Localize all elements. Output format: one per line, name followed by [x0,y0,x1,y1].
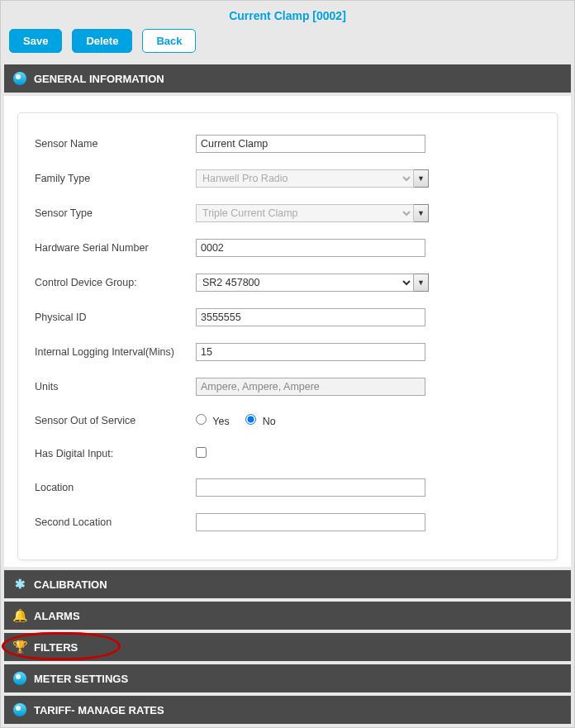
gear-icon: ✱ [12,577,27,592]
section-label: TARIFF- MANAGE RATES [34,704,164,716]
section-filters[interactable]: 🏆 FILTERS [4,633,571,661]
label-out-of-service: Sensor Out of Service [35,415,196,426]
label-units: Units [35,381,196,393]
label-second-location: Second Location [35,516,196,528]
label-sensor-name: Sensor Name [35,138,196,150]
page-title: Current Clamp [0002] [1,7,574,29]
section-label: FILTERS [34,641,78,654]
label-control-group: Control Device Group: [35,277,196,288]
input-hw-serial[interactable] [196,239,425,257]
section-general-information[interactable]: GENERAL INFORMATION [4,64,571,93]
radio-yes-label[interactable]: Yes [196,416,232,427]
section-label: GENERAL INFORMATION [34,73,164,85]
radio-no[interactable] [245,414,256,425]
bell-icon: 🔔 [12,608,27,623]
label-physical-id: Physical ID [35,312,196,323]
radio-no-text: No [263,416,276,427]
section-label: ALARMS [34,610,80,622]
radio-yes-text: Yes [212,416,229,427]
select-control-group[interactable]: SR2 457800 [196,274,414,292]
radio-yes[interactable] [196,414,207,425]
circle-icon [12,671,27,686]
label-location: Location [35,482,196,493]
input-sensor-name[interactable] [196,135,425,153]
checkbox-has-digital[interactable] [196,447,207,458]
label-family-type: Family Type [35,173,196,184]
label-sensor-type: Sensor Type [35,207,196,219]
select-sensor-type: Triple Current Clamp [196,204,414,222]
save-button[interactable]: Save [9,29,62,53]
label-hw-serial: Hardware Serial Number [35,242,196,254]
input-log-interval[interactable] [196,343,425,361]
delete-button[interactable]: Delete [72,29,132,53]
back-button[interactable]: Back [142,29,196,53]
action-button-row: Save Delete Back [1,29,574,64]
select-family-type: Hanwell Pro Radio [196,169,414,188]
label-log-interval: Internal Logging Interval(Mins) [35,346,196,358]
section-label: METER SETTINGS [34,673,128,685]
input-location[interactable] [196,478,425,497]
general-panel-body: Sensor Name Family Type Hanwell Pro Radi… [4,96,571,567]
input-second-location[interactable] [196,513,425,531]
circle-icon [12,702,27,717]
input-physical-id[interactable] [196,308,425,326]
section-label: CALIBRATION [34,578,107,591]
label-has-digital: Has Digital Input: [35,448,196,459]
input-units [196,378,425,396]
section-meter-settings[interactable]: METER SETTINGS [4,664,571,692]
chevron-down-icon: ▼ [414,274,429,292]
section-alarms[interactable]: 🔔 ALARMS [4,602,571,630]
circle-icon [12,71,27,86]
section-calibration[interactable]: ✱ CALIBRATION [4,570,571,598]
trophy-icon: 🏆 [12,640,27,654]
section-tariff-manage-rates[interactable]: TARIFF- MANAGE RATES [4,696,571,724]
radio-no-label[interactable]: No [245,416,275,427]
chevron-down-icon: ▼ [414,169,429,188]
general-card: Sensor Name Family Type Hanwell Pro Radi… [17,112,558,560]
chevron-down-icon: ▼ [414,204,429,222]
